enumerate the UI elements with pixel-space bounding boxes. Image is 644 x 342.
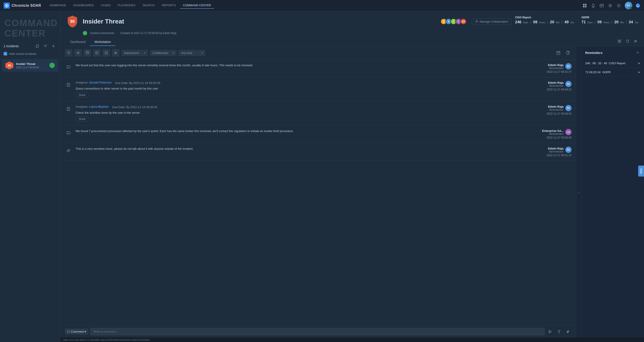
assignee-label-1: Assignee: Gerald Peterson [76,81,112,84]
nav-reports[interactable]: REPORTS [158,2,179,9]
task-icon-1 [65,81,72,88]
anytime-filter[interactable]: Any time ▾ [178,50,205,56]
reminders-panel: Reminders + 246 : 08 : 20 : 49 CISO Repo… [582,46,644,337]
nav-playbooks[interactable]: PLAYBOOKS [115,2,139,9]
main-content: 90 Insider Threat A A C C DD Manage C [60,11,644,342]
ciso-hours-val: 08 [533,20,537,25]
nav-cases[interactable]: CASES [98,2,114,9]
svg-rect-30 [567,52,569,54]
feed-item-content-3: We found 7 procurement processes affecte… [76,129,528,135]
header-timers: CISO Report 246 Days : 08 Hours : 20 Min… [515,16,639,27]
nav-command-center[interactable]: COMMAND CENTER [180,2,214,9]
manage-collab-label: Manage Collaboration [480,20,508,23]
svg-rect-6 [585,6,586,8]
send-button[interactable] [546,328,554,335]
nav-dashboards[interactable]: DASHBOARDS [70,2,97,9]
feed-item-4: This is a very sensitive issue, please d… [60,143,576,161]
sidebar-title: COMMAND CENTER [0,11,60,43]
app-logo[interactable]: Chronicle SOAR [4,3,41,9]
ciso-report-timer: CISO Report 246 Days : 08 Hours : 20 Min… [515,16,574,25]
manage-collaboration-button[interactable]: Manage Collaboration [472,18,512,25]
feed-user-4: Edwin Raja Administrator SC [548,147,572,153]
archive-filter-button[interactable] [84,49,91,57]
main-layout: COMMAND CENTER 1 Incidents [0,11,644,342]
nav-homepage[interactable]: HOMEPAGE [46,2,69,9]
panel-collapse-button[interactable]: › [576,46,582,337]
calendar-view-button[interactable] [554,49,562,57]
copy-button[interactable] [564,49,572,57]
task-filter-button[interactable] [93,49,100,57]
marketplace-icon[interactable] [582,3,587,8]
incident-header: 90 Insider Threat A A C C DD Manage C [60,11,644,46]
ciso-days-val: 246 [515,20,521,25]
sidebar-controls: 1 Incidents [0,43,60,52]
settings-icon[interactable] [608,3,613,8]
add-reminder-button[interactable]: + [635,50,640,55]
incident-status-dot [50,63,55,68]
feed-item-text-4: This is a very sensitive issue, please d… [76,147,528,151]
feed-role-2: Administrator [548,108,564,111]
tab-action-buttons [616,38,639,46]
feed-item-2: Assignee: Laura Mayhan Due Date: By 2022… [60,101,576,126]
svg-rect-35 [67,330,70,332]
hide-closed-checkbox[interactable] [4,52,7,56]
filter-bar: Department ▾ Collaborator ▾ Any time ▾ [60,46,576,60]
incident-list-item[interactable]: 90 Insider Threat 2022-11-17 03:59:58 [2,59,58,72]
incident-info: Insider Threat 2022-11-17 03:59:58 [16,62,47,69]
grid-menu-icon[interactable] [616,3,621,8]
collaborator-chevron-down-icon: ▾ [173,52,174,54]
shield-number: 90 [70,19,75,24]
tab-dashboard[interactable]: Dashboard [66,38,90,46]
reminder-arrow-0[interactable]: ➤ [638,61,640,65]
view-toggle-grid-button[interactable] [616,38,622,44]
svg-rect-29 [557,52,560,54]
feed-username-3: Enterprise Ad... [542,129,564,133]
comment-type-icon [67,330,70,333]
feed-item-meta-4: Edwin Raja Administrator SC 2022-11-17 0… [531,147,572,157]
done-badge-2[interactable]: Done [76,117,89,122]
notifications-icon[interactable] [591,3,596,8]
company-icon [83,31,87,35]
feed-user-1: Edwin Raja Administrator SC [548,81,572,87]
collaborator-filter[interactable]: Collaborator ▾ [150,50,177,56]
comment-icon-3 [65,129,72,137]
feed-user-3: Enterprise Ad... Administrator LG [542,129,572,135]
svg-point-12 [620,4,620,5]
feed-item-3: We found 7 procurement processes affecte… [60,125,576,143]
feed-item-meta-1: Edwin Raja Administrator SC 2022-11-17 0… [531,81,572,91]
chevron-right-icon: › [578,190,580,194]
department-filter[interactable]: Department ▾ [121,50,148,56]
comment-type-label: Comment [71,330,84,333]
filter-incidents-button[interactable] [42,43,48,49]
svg-rect-3 [583,4,584,5]
attach-file-button[interactable] [564,328,572,335]
view-toggle-list-button[interactable] [632,38,639,44]
refresh-incidents-button[interactable] [34,43,40,49]
svg-rect-34 [67,132,70,134]
comment-filter-button[interactable] [65,49,72,57]
sidebar: COMMAND CENTER 1 Incidents [0,11,60,342]
help-button[interactable]: Help [638,166,644,177]
comment-input[interactable] [90,328,545,335]
svg-point-7 [593,7,594,8]
reminder-arrow-1[interactable]: ➤ [638,70,640,74]
done-badge-1[interactable]: Done [76,93,89,98]
priority-filter-button[interactable] [74,49,82,57]
comment-bar: Comment ▾ [60,325,576,337]
star-filter-button[interactable] [112,49,120,57]
chronicle-icon[interactable] [636,3,640,8]
tab-workstation[interactable]: Workstation [90,38,116,46]
refresh-workstation-button[interactable] [624,38,630,44]
reminder-item-0: 246 : 08 : 20 : 49 CISO Report ➤ [585,59,640,68]
gdpr-timer: GDPR 71 Days : 09 Hours : 20 Min : 34 [582,16,639,25]
feed-time-0: 2022-11-17 08:32:37 [547,70,572,73]
add-incident-button[interactable] [50,43,56,49]
comment-type-dropdown[interactable]: Comment ▾ [65,328,88,334]
format-text-button[interactable] [556,328,562,335]
feed-user-info-2: Edwin Raja Administrator [548,105,564,111]
nav-search[interactable]: SEARCH [139,2,158,9]
note-filter-button[interactable] [102,49,110,57]
hide-closed-incidents[interactable]: Hide closed incidents [0,52,60,59]
chat-icon[interactable] [599,3,604,8]
gdpr-hours-val: 09 [598,20,602,25]
